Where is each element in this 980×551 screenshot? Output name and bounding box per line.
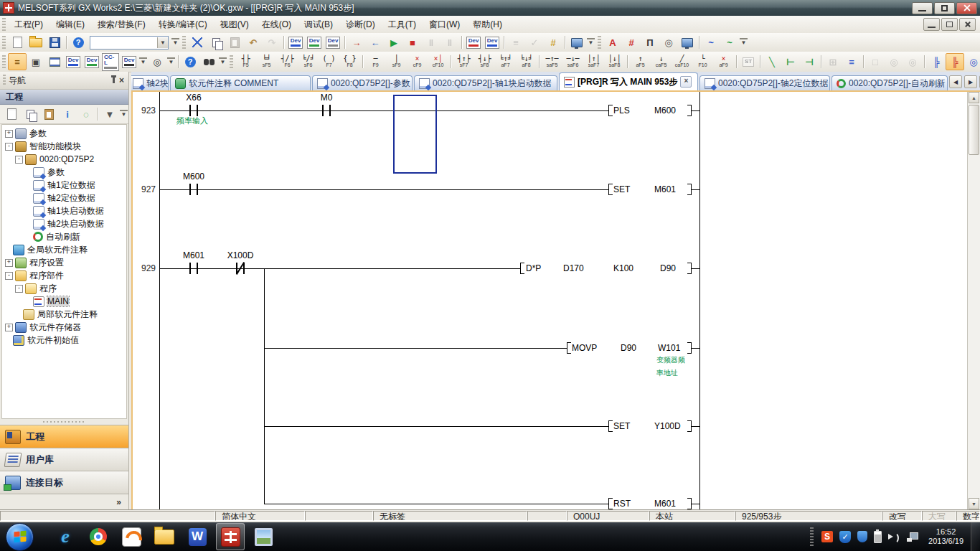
device-buffer-monitor-button[interactable]: Dev [483,34,501,51]
build-status-button[interactable]: # [544,34,562,51]
device-monitor-screen-button[interactable]: Dev [305,34,324,51]
scroll-up-arrow[interactable]: ▲ [969,92,979,103]
tabs-scroll-left[interactable]: ◀ [949,75,962,88]
transfer-setup-more[interactable]: ▼ [587,38,595,47]
open-project-button[interactable] [27,34,45,51]
nav-copy-button[interactable] [21,105,39,123]
inline-st-box-button[interactable]: ST [739,53,758,70]
scrollbar-thumb[interactable] [969,105,979,155]
tree-item-轴1块启动数据[interactable]: 轴1块启动数据 [2,204,126,217]
show-desktop-button[interactable] [971,522,980,551]
help-button[interactable]: ? [69,34,88,51]
redo-button[interactable]: ↷ [263,34,281,51]
pulse-trace-button[interactable]: Π [641,34,659,51]
tree-item-软元件初始值[interactable]: 软元件初始值 [2,334,126,347]
combo-dropdown-icon[interactable]: ▼ [157,37,168,48]
nav-property-button[interactable]: i [58,105,77,123]
new-project-button[interactable] [8,34,27,51]
minimize-button[interactable] [912,2,933,14]
parallel-falling-pulse-button[interactable]: ╘↓╛aF8 [516,52,537,72]
panel-close-icon[interactable]: × [119,76,124,85]
nav-toolbar-more[interactable]: ▼ [120,110,128,118]
menu-item-c[interactable]: 转换/编译(C) [152,17,214,33]
taskbar-clock[interactable]: 16:52 2013/6/19 [928,527,963,546]
tree-item-参数[interactable]: 参数 [2,166,126,179]
menu-item-f[interactable]: 搜索/替换(F) [91,17,152,33]
maximize-button[interactable] [934,2,955,14]
tree-item-MAIN[interactable]: MAIN [2,295,126,308]
tree-expander[interactable]: - [15,156,23,164]
statement-edit-button[interactable]: ≡ [842,53,861,70]
device-display-button[interactable]: Dev [120,53,138,70]
menu-item-t[interactable]: 工具(T) [382,17,423,33]
result-rising-pulse-2-button[interactable]: │↑│saF7 [583,52,604,72]
monitor-stop-button[interactable]: ■ [403,34,422,51]
verify-with-plc-button[interactable]: ≡ [507,34,525,51]
tree-item-智能功能模块[interactable]: -智能功能模块 [2,140,126,153]
menu-item-v[interactable]: 视图(V) [214,17,255,33]
mdi-minimize-button[interactable] [923,18,940,31]
closed-contact-button[interactable]: ┤/├F6 [277,52,298,72]
tray-network-icon[interactable] [907,532,918,542]
tray-sogou-icon[interactable]: S [821,531,833,542]
search-program-2-button[interactable]: ◎ [903,53,922,70]
find-device-button[interactable]: ◎ [148,53,166,70]
write-to-plc-button[interactable]: → [347,34,366,51]
trace-search-button[interactable]: ◎ [659,34,678,51]
edit-connect-line-button[interactable]: ╲ [763,53,781,70]
parallel-open-contact-button[interactable]: ╘╛sF5 [256,52,277,72]
transfer-setup-button[interactable] [567,34,586,51]
rising-pulse-contact-button[interactable]: ┤↑├sF7 [453,52,474,72]
vertical-line-button[interactable]: │sF9 [386,52,407,72]
scroll-down-arrow[interactable]: ▼ [969,498,979,509]
document-tab-active[interactable]: [PRG]R 写入 MAIN 953步× [559,72,698,90]
tree-expander[interactable]: + [5,324,13,331]
falling-pulse-contact-button[interactable]: ┤↓├sF8 [474,52,495,72]
result-rising-pulse-button[interactable]: ─↑─saF5 [542,52,562,72]
device-batch-monitor-button[interactable]: Dev [464,34,483,51]
view-button-用户库[interactable]: 用户库 [0,448,128,471]
monitor-start-button[interactable]: ▶ [385,34,403,51]
start-button[interactable] [6,523,34,551]
device-display-more[interactable]: ▼ [139,57,147,66]
edit-horizontal-line-button[interactable]: ⊢ [781,53,800,70]
menu-item-w[interactable]: 窗口(W) [423,17,466,33]
help-ladder-button[interactable]: ? [181,53,199,70]
parallel-closed-contact-button[interactable]: ╘/╛sF6 [298,52,319,72]
menu-item-b[interactable]: 调试(B) [298,17,339,33]
tree-item-程序[interactable]: -程序 [2,282,126,295]
tree-item-全局软元件注释[interactable]: 全局软元件注释 [2,243,126,256]
save-project-button[interactable] [45,34,64,51]
tray-expand-handle[interactable] [810,527,814,546]
paste-button[interactable] [225,34,244,51]
line-corner-button[interactable]: └F10 [692,52,713,72]
tree-item-局部软元件注释[interactable]: 局部软元件注释 [2,308,126,321]
rung-comment-edit-button[interactable]: ⊞ [824,53,842,70]
close-button[interactable] [956,2,977,14]
invert-result-button[interactable]: ╱caF10 [672,52,692,72]
trend-graph-1-button[interactable]: ~ [702,34,720,51]
sampling-trace-a-button[interactable]: A [603,34,622,51]
cut-button[interactable] [188,34,207,51]
device-comment-editor-button[interactable]: Dev [64,53,83,70]
falling-edge-button[interactable]: ↓caF5 [651,52,672,72]
horizontal-line-button[interactable]: ─F9 [365,52,386,72]
parallel-rising-pulse-button[interactable]: ╘↑╛aF7 [495,52,516,72]
trend-graph-2-button[interactable]: ~ [720,34,739,51]
tree-expander[interactable]: + [5,259,13,267]
tray-security-shield-icon[interactable] [857,531,867,542]
device-comment-search-button[interactable]: Dev [286,34,305,51]
menu-item-o[interactable]: 在线(O) [255,17,298,33]
tree-item-轴1定位数据[interactable]: 轴1定位数据 [2,179,126,192]
monitor-resume-button[interactable]: ‖ [440,34,459,51]
pin-icon[interactable] [113,77,115,83]
panel-splitter[interactable] [0,419,128,425]
tree-item-自动刷新[interactable]: 自动刷新 [2,230,126,243]
copy-program-button[interactable]: □ [866,53,885,70]
toolbar-options[interactable]: ▼ [171,38,179,47]
menu-item-h[interactable]: 帮助(H) [466,17,509,33]
tray-battery-icon[interactable] [874,531,882,543]
debug-toolbar-more[interactable]: ▼ [740,38,748,47]
delete-vertical-line-button[interactable]: ×│cF10 [428,52,448,72]
tree-expander[interactable]: - [5,143,13,151]
